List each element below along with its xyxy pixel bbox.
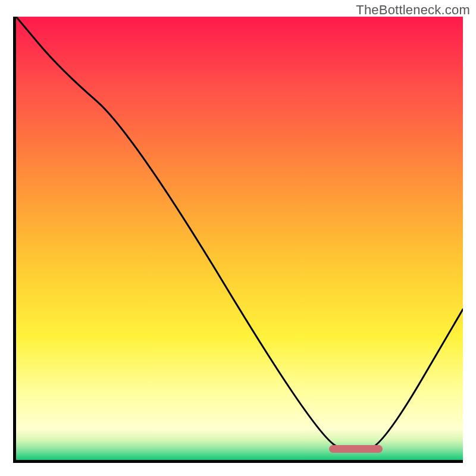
chart-container: TheBottleneck.com xyxy=(0,0,476,476)
bottleneck-curve-path xyxy=(16,17,463,450)
optimal-range-marker xyxy=(329,445,383,453)
watermark-text: TheBottleneck.com xyxy=(356,2,470,18)
curve-layer xyxy=(16,17,463,460)
plot-area xyxy=(16,17,463,460)
